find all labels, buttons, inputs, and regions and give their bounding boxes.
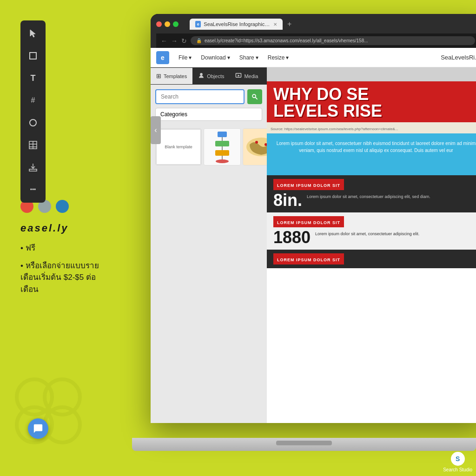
flowchart-template[interactable]	[204, 128, 241, 165]
app-logo: e	[156, 51, 169, 64]
stat3-section: LOREM IPSUM DOLOR SIT	[267, 250, 476, 268]
share-menu[interactable]: Share ▾	[236, 53, 262, 63]
wave-section: Lorem ipsum dolor sit amet, consectetuer…	[267, 133, 476, 175]
tool-panel: ⊞ Templates Objects Media	[151, 67, 476, 423]
grid-tool[interactable]: #	[26, 93, 40, 108]
cursor-tool[interactable]	[26, 26, 40, 41]
back-button[interactable]: ‹	[151, 116, 161, 144]
wave-text: Lorem ipsum dolor sit amet, consectetuer…	[273, 140, 476, 154]
panel-tabs: ⊞ Templates Objects Media	[151, 67, 267, 85]
watermark-icon: S	[451, 452, 465, 466]
panel-nav: Blank template	[151, 126, 267, 168]
stat3-label-bar: LOREM IPSUM DOLOR SIT	[273, 253, 344, 264]
file-menu[interactable]: File ▾	[175, 53, 195, 63]
tab-title: SeaLevelsRise Infographic Tem...	[204, 21, 271, 27]
title-bar: e SeaLevelsRise Infographic Tem... ✕ +	[156, 19, 476, 30]
resize-label: Resize	[268, 54, 285, 61]
canvas-top-margin	[267, 67, 476, 81]
objects-icon	[198, 72, 205, 80]
lock-icon: 🔒	[196, 38, 202, 43]
infographic-title-line1: WHY DO SE	[273, 86, 476, 103]
media-label: Media	[244, 73, 258, 79]
tabs-bar: e SeaLevelsRise Infographic Tem... ✕ +	[190, 19, 294, 30]
table-tool[interactable]	[26, 138, 40, 152]
new-tab-btn[interactable]: +	[284, 20, 294, 28]
svg-rect-7	[29, 169, 37, 171]
close-traffic-light[interactable]	[156, 21, 162, 27]
address-bar[interactable]: 🔒 easel.ly/create?id=https://s3.amazonaw…	[191, 36, 475, 45]
frame-tool[interactable]	[26, 48, 40, 63]
watermark-letter: S	[456, 455, 460, 463]
tab-close-btn[interactable]: ✕	[273, 22, 277, 27]
pricing-free: • ฟรี	[20, 242, 113, 255]
shape-tool[interactable]	[26, 115, 40, 130]
stat1-label: LOREM IPSUM DOLOR SIT	[277, 183, 340, 188]
browser-chrome: e SeaLevelsRise Infographic Tem... ✕ + ←…	[151, 14, 476, 48]
watermark-text: Search Studio	[443, 467, 472, 472]
svg-point-12	[200, 73, 203, 76]
more-tool[interactable]: •••	[26, 182, 40, 197]
stat2-section: LOREM IPSUM DOLOR SIT 1880 Lorem ipsum d…	[267, 212, 476, 250]
source-text: Source: https://sealevelsrise.ipsum.com/…	[271, 127, 398, 131]
blue-dot[interactable]	[56, 200, 69, 213]
infographic-title-line2: LEVELS RISE	[273, 103, 476, 119]
macbook-base	[132, 438, 476, 451]
forward-nav-btn[interactable]: →	[171, 37, 178, 45]
tab-objects[interactable]: Objects	[192, 67, 230, 85]
stat2-content: 1880 Lorem ipsum dolor sit amet, consect…	[273, 229, 476, 246]
tab-media[interactable]: Media	[230, 67, 264, 85]
file-label: File	[178, 54, 187, 61]
text-tool[interactable]: T	[26, 71, 40, 86]
template-list: Blank template	[151, 126, 267, 168]
svg-point-11	[45, 407, 80, 443]
blank-template-preview: Blank template	[156, 129, 201, 165]
chat-button[interactable]	[28, 418, 48, 439]
macbook-notch	[276, 441, 332, 445]
download-label: Download	[201, 54, 225, 61]
stat1-content: 8in. Lorem ipsum dolor sit amet, consect…	[273, 192, 476, 209]
active-tab[interactable]: e SeaLevelsRise Infographic Tem... ✕	[190, 19, 283, 30]
address-bar-row: ← → ↻ 🔒 easel.ly/create?id=https://s3.am…	[156, 33, 476, 48]
svg-marker-0	[30, 30, 35, 37]
upload-tool[interactable]	[26, 160, 40, 175]
search-row	[155, 89, 262, 104]
resize-menu[interactable]: Resize ▾	[264, 53, 293, 63]
svg-rect-18	[218, 132, 227, 137]
templates-label: Templates	[164, 73, 187, 79]
refresh-btn[interactable]: ↻	[181, 37, 187, 45]
minimize-traffic-light[interactable]	[165, 21, 170, 27]
brand-name: easel.ly	[20, 222, 69, 234]
tab-templates[interactable]: ⊞ Templates	[151, 68, 192, 84]
stat1-desc: Lorem ipsum dolor sit amet, consectetuer…	[307, 192, 476, 200]
address-text: easel.ly/create?id=https://s3.amazonaws.…	[205, 38, 368, 43]
stat3-label: LOREM IPSUM DOLOR SIT	[277, 258, 340, 262]
app-toolbar: e File ▾ Download ▾ Share ▾ Resize ▾ Sea…	[151, 48, 476, 67]
templates-icon: ⊞	[156, 73, 161, 79]
categories-row: Categories	[155, 108, 262, 121]
flowchart-preview	[204, 129, 240, 165]
resize-arrow: ▾	[286, 54, 289, 61]
canvas-area: WHY DO SE LEVELS RISE Source: https://se…	[267, 67, 476, 423]
svg-marker-14	[238, 75, 240, 77]
svg-rect-1	[30, 53, 36, 59]
blank-template-label: Blank template	[165, 145, 192, 149]
svg-point-9	[45, 379, 80, 415]
maximize-traffic-light[interactable]	[173, 21, 178, 27]
download-menu[interactable]: Download ▾	[197, 53, 233, 63]
browser-window: e SeaLevelsRise Infographic Tem... ✕ + ←…	[151, 14, 476, 423]
tab-backgrounds[interactable]: ▨ Backgrounds	[264, 68, 267, 84]
svg-line-17	[255, 97, 257, 99]
stat1-section: LOREM IPSUM DOLOR SIT 8in. Lorem ipsum d…	[267, 175, 476, 212]
svg-point-8	[17, 379, 52, 415]
objects-label: Objects	[207, 73, 224, 79]
worldmap-template[interactable]	[243, 128, 267, 165]
worldmap-preview	[243, 129, 267, 165]
stat2-desc: Lorem ipsum dolor sit amet, consectetuer…	[315, 229, 476, 237]
categories-select[interactable]: Categories	[155, 108, 262, 121]
media-icon	[235, 72, 242, 80]
back-nav-btn[interactable]: ←	[161, 37, 167, 45]
search-button[interactable]	[247, 89, 262, 104]
search-input[interactable]	[155, 89, 245, 104]
app-logo-letter: e	[161, 54, 165, 61]
blank-template[interactable]: Blank template	[155, 128, 202, 165]
